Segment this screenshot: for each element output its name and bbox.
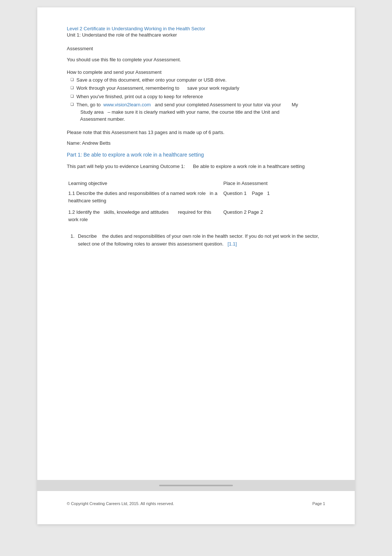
place-2: Question 2 Page 2: [222, 206, 325, 225]
footer-copyright: © Copyright Creating Careers Ltd, 2015. …: [67, 501, 174, 506]
col-header-objective: Learning objective: [67, 178, 222, 188]
list-item: When you've finished, print out a copy t…: [71, 93, 325, 100]
bullet-list: Save a copy of this document, either ont…: [71, 76, 325, 123]
place-1: Question 1 Page 1: [222, 188, 325, 206]
learning-table: Learning objective Place in Assessment 1…: [67, 178, 325, 226]
assessment-section: Assessment: [67, 45, 325, 52]
question-1: 1. Describe the duties and responsibilit…: [74, 233, 325, 248]
note-text: Please note that this Assessment has 13 …: [67, 129, 325, 136]
table-row: 1.1 Describe the duties and responsibili…: [67, 188, 325, 206]
col-header-place: Place in Assessment: [222, 178, 325, 188]
table-header-row: Learning objective Place in Assessment: [67, 178, 325, 188]
page-container: Level 2 Certificate in Understanding Wor…: [37, 7, 355, 524]
objective-2: 1.2 Identify the skills, knowledge and a…: [67, 206, 222, 225]
name-text: Name: Andrew Betts: [67, 140, 325, 146]
header-subtitle: Unit 1: Understand the role of the healt…: [67, 32, 325, 38]
list-item: Save a copy of this document, either ont…: [71, 76, 325, 84]
footer-page: Page 1: [312, 501, 325, 506]
question-number: 1.: [71, 233, 75, 240]
list-item: Then, go to www.vision2learn.com and sen…: [71, 101, 325, 123]
how-to-heading: How to complete and send your Assessment: [67, 69, 325, 75]
intro-text: You should use this file to complete you…: [67, 56, 325, 64]
footer-bar: [37, 480, 355, 491]
part1-heading: Part 1: Be able to explore a work role i…: [67, 152, 325, 158]
header-title[interactable]: Level 2 Certificate in Understanding Wor…: [67, 26, 325, 31]
assessment-label: Assessment: [67, 46, 93, 51]
question-tag: [1.1]: [227, 241, 237, 247]
objective-1: 1.1 Describe the duties and responsibili…: [67, 188, 222, 206]
my-text: My: [292, 102, 298, 107]
question-section: 1. Describe the duties and responsibilit…: [67, 233, 325, 248]
footer-bar-inner: [159, 485, 233, 486]
table-row: 1.2 Identify the skills, knowledge and a…: [67, 206, 325, 225]
part1-description: This part will help you to evidence Lear…: [67, 163, 325, 170]
list-item: Work through your Assessment, rememberin…: [71, 85, 325, 92]
vision2learn-link[interactable]: www.vision2learn.com: [103, 102, 151, 107]
